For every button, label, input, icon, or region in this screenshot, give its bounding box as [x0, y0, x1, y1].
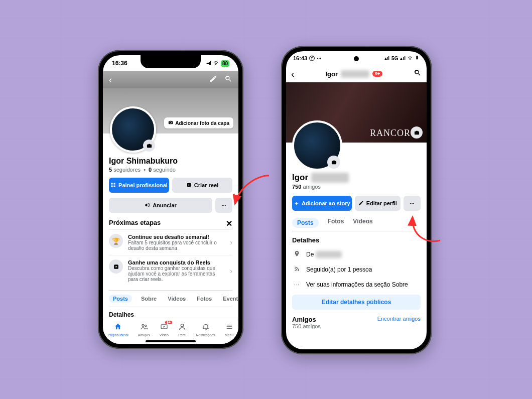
- next-step-item[interactable]: Ganhe uma conquista do Reels Descubra co…: [109, 255, 232, 286]
- profile-topbar: ‹: [103, 71, 238, 88]
- status-notif-icon: ⓕ: [309, 55, 315, 62]
- svg-point-9: [145, 325, 146, 326]
- search-icon[interactable]: [414, 69, 422, 79]
- dashboard-icon: [110, 182, 116, 189]
- tab-videos[interactable]: Vídeos: [166, 295, 188, 303]
- back-icon[interactable]: ‹: [109, 75, 112, 85]
- pencil-icon: [358, 200, 364, 207]
- reels-badge-icon: [109, 259, 123, 274]
- menu-icon: [225, 323, 233, 333]
- svg-point-8: [142, 324, 144, 326]
- professional-dashboard-button[interactable]: Painel profissional: [109, 178, 169, 193]
- detail-from[interactable]: De xxxx: [292, 247, 421, 262]
- iphone-notch: [141, 55, 201, 68]
- more-options-button[interactable]: ···: [215, 198, 232, 213]
- next-step-item[interactable]: 🏆 Continue seu desafio semanal! Faltam 5…: [109, 229, 232, 255]
- friends-icon: [140, 323, 148, 333]
- dots-icon: ···: [410, 200, 414, 206]
- rss-icon: [292, 265, 301, 274]
- profile-tabs: Posts Sobre Vídeos Fotos Eventos: [109, 290, 232, 307]
- profile-avatar[interactable]: [292, 120, 342, 171]
- svg-point-0: [170, 122, 172, 123]
- video-icon: 9+: [160, 323, 168, 333]
- svg-rect-4: [111, 185, 112, 187]
- phone-android: 16:43 ⓕ ··· ▴ıl 5G ▴ıl ‹ Igor xxxx: [281, 46, 432, 354]
- profile-stats: 5 seguidores • 0 seguindo: [109, 167, 232, 173]
- home-icon: [114, 323, 122, 333]
- details-heading: Detalhes: [292, 236, 421, 244]
- signal-icon-2: ▴ıl: [400, 56, 406, 61]
- add-cover-label: Adicionar foto da capa: [175, 120, 229, 126]
- redacted-surname: xxxxx: [311, 173, 349, 183]
- battery-indicator: 80: [221, 60, 229, 67]
- find-friends-link[interactable]: Encontrar amigos: [377, 316, 421, 329]
- tab-about[interactable]: Sobre: [139, 295, 159, 303]
- trophy-icon: 🏆: [109, 234, 123, 248]
- header-title: Igor xxxx 9+: [325, 70, 382, 78]
- profile-icon: [178, 323, 186, 333]
- redacted-location: xxxx: [316, 251, 342, 258]
- redacted-surname: xxxx: [341, 70, 369, 78]
- tab-posts[interactable]: Posts: [292, 218, 319, 228]
- bell-icon: [202, 323, 210, 333]
- svg-rect-3: [114, 183, 115, 184]
- search-icon[interactable]: [224, 75, 232, 85]
- edit-icon[interactable]: [209, 75, 217, 85]
- back-icon[interactable]: ‹: [291, 68, 295, 80]
- tab-videos[interactable]: Vídeos: [353, 218, 372, 228]
- tab-photos[interactable]: Fotos: [328, 218, 344, 228]
- nav-menu[interactable]: Menu: [225, 323, 234, 337]
- chevron-right-icon: ›: [230, 267, 232, 275]
- svg-rect-2: [111, 183, 112, 184]
- tab-photos[interactable]: Fotos: [195, 295, 214, 303]
- profile-body: Igor Shimabukuro 5 seguidores • 0 seguin…: [103, 134, 238, 318]
- camera-icon: [168, 120, 173, 126]
- add-story-button[interactable]: ＋ Adicionar ao story: [292, 196, 352, 211]
- svg-rect-12: [416, 56, 418, 60]
- battery-icon: [415, 55, 420, 61]
- close-icon[interactable]: ✕: [226, 219, 232, 228]
- tab-events[interactable]: Eventos: [221, 295, 238, 303]
- home-indicator: [146, 340, 196, 342]
- profile-body: Igor xxxxx 750 amigos ＋ Adicionar ao sto…: [286, 143, 427, 329]
- wifi-icon: [213, 60, 219, 67]
- edit-profile-button[interactable]: Editar perfil: [355, 196, 401, 211]
- friends-count: 750 amigos: [292, 184, 421, 190]
- phone-iphone: 16:36 ••ıl 80 ‹: [98, 50, 243, 349]
- avatar-camera-button[interactable]: [143, 140, 155, 152]
- profile-avatar[interactable]: [110, 106, 156, 153]
- nav-notifications[interactable]: Notificações: [196, 323, 215, 337]
- notification-badge: 9+: [372, 71, 382, 77]
- nav-profile[interactable]: Perfil: [178, 323, 186, 337]
- add-cover-button[interactable]: Adicionar foto da capa: [164, 117, 233, 128]
- nav-home[interactable]: Página inicial: [108, 323, 128, 337]
- signal-icon: ▴ıl: [384, 56, 390, 61]
- svg-rect-13: [417, 56, 418, 56]
- edit-public-details-button[interactable]: Editar detalhes públicos: [292, 295, 421, 310]
- megaphone-icon: [145, 202, 150, 209]
- profile-tabs: Posts Fotos Vídeos: [292, 218, 421, 231]
- android-camera-punch: [354, 56, 359, 61]
- status-more-icon: ···: [317, 55, 321, 61]
- nav-friends[interactable]: Amigos: [138, 323, 150, 337]
- avatar-camera-button[interactable]: [327, 156, 340, 169]
- nav-video[interactable]: 9+ Vídeo: [160, 323, 169, 337]
- advertise-button[interactable]: Anunciar: [109, 198, 212, 213]
- more-options-button[interactable]: ···: [404, 196, 421, 211]
- cover-camera-button[interactable]: [411, 126, 423, 139]
- tab-posts[interactable]: Posts: [109, 295, 132, 303]
- nav-badge: 9+: [165, 321, 172, 324]
- svg-point-11: [181, 324, 184, 326]
- chevron-right-icon: ›: [230, 238, 232, 246]
- wifi-icon: [408, 55, 413, 61]
- detail-followed-by[interactable]: Seguido(a) por 1 pessoa: [292, 262, 421, 277]
- next-steps-title: Próximas etapas ✕: [109, 219, 232, 226]
- profile-topbar: ‹ Igor xxxx 9+: [286, 65, 427, 82]
- cover-watermark: RANCOR: [370, 128, 411, 139]
- profile-name: Igor xxxxx: [292, 173, 421, 183]
- dots-icon: ···: [221, 202, 226, 208]
- detail-see-about[interactable]: ··· Ver suas informações da seção Sobre: [292, 277, 421, 292]
- plus-icon: ＋: [294, 200, 299, 207]
- profile-name: Igor Shimabukuro: [109, 157, 232, 166]
- create-reel-button[interactable]: Criar reel: [172, 178, 232, 193]
